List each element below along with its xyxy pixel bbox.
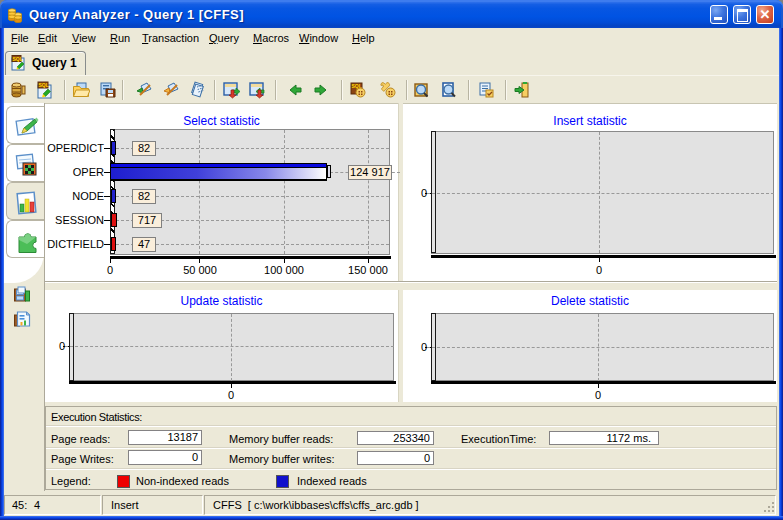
- svg-text:SQL: SQL: [13, 56, 23, 62]
- svg-text:SQL: SQL: [39, 82, 49, 88]
